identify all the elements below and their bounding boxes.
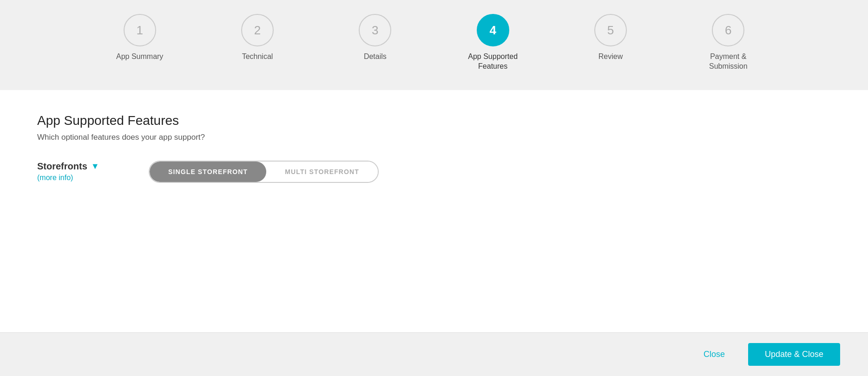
stepper: 1 App Summary 2 Technical 3 Details 4 Ap… <box>62 14 806 81</box>
page-subtitle: Which optional features does your app su… <box>37 133 831 142</box>
step-circle-5: 5 <box>594 14 627 46</box>
close-button[interactable]: Close <box>694 345 734 364</box>
step-circle-6: 6 <box>712 14 744 46</box>
page-title: App Supported Features <box>37 113 831 128</box>
step-label-4: App Supported Features <box>456 52 530 71</box>
step-1[interactable]: 1 App Summary <box>81 14 198 71</box>
stepper-arrow <box>0 80 868 90</box>
active-step-arrow <box>448 80 469 90</box>
step-5[interactable]: 5 Review <box>552 14 669 71</box>
step-3[interactable]: 3 Details <box>316 14 434 71</box>
step-circle-2: 2 <box>241 14 274 46</box>
step-label-6: Payment & Submission <box>691 52 765 71</box>
step-label-2: Technical <box>242 52 273 62</box>
feature-row-storefronts: Storefronts ▼ (more info) SINGLE STOREFR… <box>37 161 831 183</box>
step-label-1: App Summary <box>116 52 163 62</box>
step-circle-1: 1 <box>124 14 156 46</box>
storefront-toggle-group: SINGLE STOREFRONT MULTI STOREFRONT <box>149 161 379 183</box>
chevron-down-icon[interactable]: ▼ <box>91 162 99 171</box>
step-circle-3: 3 <box>359 14 391 46</box>
more-info-link[interactable]: (more info) <box>37 174 73 182</box>
feature-label-group: Storefronts ▼ (more info) <box>37 161 135 182</box>
feature-label: Storefronts ▼ <box>37 161 99 172</box>
storefronts-label: Storefronts <box>37 161 87 172</box>
stepper-container: 1 App Summary 2 Technical 3 Details 4 Ap… <box>0 0 868 81</box>
step-2[interactable]: 2 Technical <box>198 14 316 71</box>
main-content: App Supported Features Which optional fe… <box>0 90 868 332</box>
multi-storefront-button[interactable]: MULTI STOREFRONT <box>266 162 378 182</box>
footer: Close Update & Close <box>0 332 868 376</box>
step-label-5: Review <box>598 52 623 62</box>
step-4[interactable]: 4 App Supported Features <box>434 14 552 81</box>
step-circle-4: 4 <box>477 14 509 46</box>
single-storefront-button[interactable]: SINGLE STOREFRONT <box>150 162 266 182</box>
step-6[interactable]: 6 Payment & Submission <box>670 14 787 81</box>
update-close-button[interactable]: Update & Close <box>748 343 840 366</box>
step-label-3: Details <box>364 52 387 62</box>
